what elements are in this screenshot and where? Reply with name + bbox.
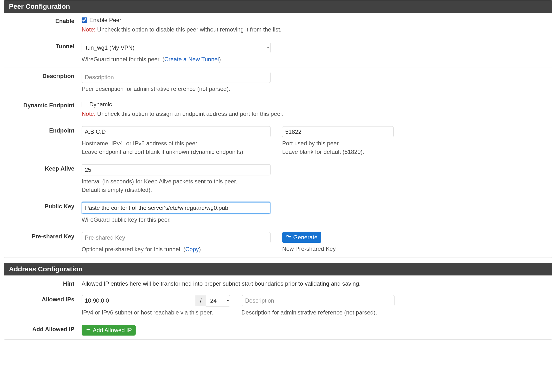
dynamic-checkbox-label: Dynamic [89,101,112,108]
hint-text: Allowed IP entries here will be transfor… [82,279,546,287]
row-add-allowed-ip: Add Allowed IP Add Allowed IP [4,321,552,339]
tunnel-select[interactable]: tun_wg1 (My VPN) [82,42,270,53]
generate-psk-button[interactable]: Generate [282,232,321,243]
label-dynamic-endpoint: Dynamic Endpoint [4,101,82,109]
enable-checkbox-label: Enable Peer [89,17,121,24]
endpoint-address-input[interactable] [82,126,270,137]
enable-checkbox-wrapper[interactable]: Enable Peer [82,17,546,24]
row-preshared-key: Pre-shared Key Optional pre-shared key f… [4,228,552,258]
allowed-ip-description-input[interactable] [242,295,394,306]
enable-checkbox[interactable] [82,17,87,23]
public-key-help: WireGuard public key for this peer. [82,216,546,224]
add-allowed-ip-label: Add Allowed IP [93,327,132,334]
description-input[interactable] [82,72,270,83]
dynamic-note-label: Note: [82,110,95,117]
allowed-ip-help-right: Description for administrative reference… [241,308,377,317]
row-description: Description Peer description for adminis… [4,68,552,97]
row-endpoint: Endpoint Hostname, IPv4, or IPv6 address… [4,122,552,160]
preshared-key-input[interactable] [82,232,270,243]
endpoint-port-input[interactable] [282,126,394,137]
row-public-key: Public Key WireGuard public key for this… [4,198,552,228]
address-config-title: Address Configuration [4,263,552,275]
generate-psk-label: Generate [293,234,317,241]
label-preshared-key: Pre-shared Key [4,232,82,240]
label-enable: Enable [4,17,82,24]
endpoint-addr-help2: Leave endpoint and port blank if unknown… [82,148,270,156]
enable-note-text: Uncheck this option to disable this peer… [95,26,281,33]
peer-config-panel: Peer Configuration Enable Enable Peer No… [4,0,552,258]
psk-help-suffix: ) [199,246,201,252]
row-tunnel: Tunnel tun_wg1 (My VPN) WireGuard tunnel… [4,38,552,68]
label-allowed-ips: Allowed IPs [4,295,82,303]
add-allowed-ip-button[interactable]: Add Allowed IP [82,325,136,336]
row-enable: Enable Enable Peer Note: Uncheck this op… [4,13,552,38]
row-allowed-ips: Allowed IPs / 24 IPv4 or IPv6 subnet or … [4,291,552,321]
dynamic-note-text: Uncheck this option to assign an endpoin… [95,110,283,117]
label-description: Description [4,72,82,79]
row-keepalive: Keep Alive Interval (in seconds) for Kee… [4,160,552,198]
description-help: Peer description for administrative refe… [82,85,546,93]
label-hint: Hint [4,279,82,287]
psk-help-prefix: Optional pre-shared key for this tunnel.… [82,246,185,252]
endpoint-port-help2: Leave blank for default (51820). [282,148,546,156]
plus-icon [85,327,91,334]
allowed-ip-address-input[interactable] [82,295,195,306]
dynamic-checkbox-wrapper[interactable]: Dynamic [82,101,546,108]
key-icon [286,234,291,241]
public-key-input[interactable] [82,202,270,214]
endpoint-port-help1: Port used by this peer. [282,139,546,148]
label-endpoint: Endpoint [4,126,82,134]
address-config-panel: Address Configuration Hint Allowed IP en… [4,263,552,340]
keepalive-help1: Interval (in seconds) for Keep Alive pac… [82,177,546,186]
dynamic-checkbox[interactable] [82,102,87,107]
tunnel-help-prefix: WireGuard tunnel for this peer. ( [82,56,164,63]
allowed-ip-help-left: IPv4 or IPv6 subnet or host reachable vi… [82,308,241,317]
psk-copy-link[interactable]: Copy [185,246,199,252]
generate-psk-help: New Pre-shared Key [282,245,546,253]
label-public-key: Public Key [4,202,82,210]
endpoint-addr-help1: Hostname, IPv4, or IPv6 address of this … [82,139,270,148]
row-hint: Hint Allowed IP entries here will be tra… [4,275,552,291]
create-tunnel-link[interactable]: Create a New Tunnel [164,56,219,63]
allowed-ip-slash: / [195,295,206,306]
enable-note-label: Note: [82,26,95,33]
label-keepalive: Keep Alive [4,164,82,172]
keepalive-input[interactable] [82,164,270,175]
tunnel-help-suffix: ) [219,56,221,63]
row-dynamic-endpoint: Dynamic Endpoint Dynamic Note: Uncheck t… [4,97,552,122]
keepalive-help2: Default is empty (disabled). [82,186,546,194]
allowed-ip-mask-select[interactable]: 24 [206,295,230,306]
label-tunnel: Tunnel [4,42,82,50]
label-add-allowed-ip: Add Allowed IP [4,325,82,333]
peer-config-title: Peer Configuration [4,0,552,13]
